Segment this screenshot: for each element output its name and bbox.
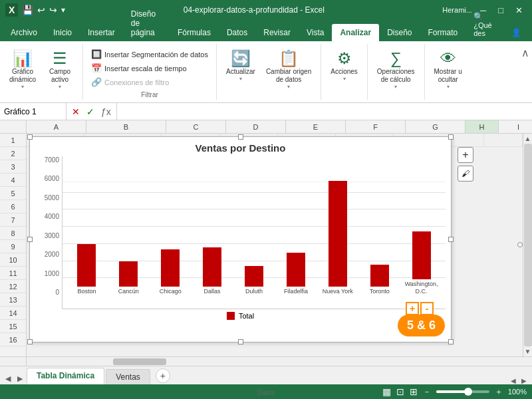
save-icon[interactable]: 💾 xyxy=(22,5,33,15)
add-chart-element-btn[interactable]: + xyxy=(458,147,473,163)
bar-boston-rect[interactable] xyxy=(77,244,96,287)
conexiones-filtro-btn[interactable]: 🔗 Conexiones de filtro xyxy=(88,76,211,88)
tab-formato[interactable]: Formato xyxy=(420,24,466,41)
close-btn[interactable]: ✕ xyxy=(511,4,527,17)
bar-duluth-label: Duluth xyxy=(237,288,271,295)
bar-filadelfia: Filadelfia xyxy=(275,253,317,295)
user-icon[interactable]: 👤 xyxy=(503,24,529,41)
row-1[interactable]: 1 xyxy=(0,134,26,147)
sheet-tab-tabla-dinamica[interactable]: Tabla Dinámica xyxy=(27,368,104,384)
col-header-i[interactable]: I xyxy=(499,120,532,133)
chart-container[interactable]: Ventas por Destino 7000 6000 5000 4000 3… xyxy=(29,136,452,342)
more-commands-icon[interactable]: ▾ xyxy=(61,5,65,15)
page-break-btn[interactable]: ⊞ xyxy=(410,386,418,397)
scroll-down-btn[interactable]: ▼ xyxy=(525,348,531,355)
insert-function-icon[interactable]: ƒx xyxy=(98,105,114,118)
add-sheet-btn[interactable]: + xyxy=(156,368,170,383)
tab-formulas[interactable]: Fórmulas xyxy=(170,24,219,41)
tab-analizar[interactable]: Analizar xyxy=(332,24,379,41)
bar-dallas-rect[interactable] xyxy=(203,247,221,287)
drill-badge[interactable]: 5 & 6 xyxy=(398,315,445,336)
insertar-segmentacion-btn[interactable]: 🔲 Insertar Segmentación de datos xyxy=(88,48,211,61)
row-16[interactable]: 16 xyxy=(0,333,26,346)
row-8[interactable]: 8 xyxy=(0,227,26,240)
col-header-d[interactable]: D xyxy=(226,120,286,133)
grafico-dinamico-btn[interactable]: 📊 Gráficodinámico ▾ xyxy=(5,47,40,92)
row-12[interactable]: 12 xyxy=(0,280,26,293)
bar-nueva-york-rect[interactable] xyxy=(329,181,347,287)
tab-que-des[interactable]: 🔍 ¿Qué des xyxy=(466,8,503,41)
normal-view-btn[interactable]: ▦ xyxy=(382,386,391,397)
chart-style-btn[interactable]: 🖌 xyxy=(458,166,473,182)
insertar-escala-btn[interactable]: 📅 Insertar escala de tiempo xyxy=(88,62,211,74)
legend-color-box xyxy=(227,312,235,320)
campo-activo-btn[interactable]: ☰ Campoactivo ▾ xyxy=(43,47,77,92)
scroll-track[interactable] xyxy=(524,144,532,346)
tab-diseno[interactable]: Diseño xyxy=(379,24,420,41)
mostrar-ocultar-btn[interactable]: 👁 Mostrar uocultar ▾ xyxy=(430,47,466,92)
col-header-f[interactable]: F xyxy=(346,120,406,133)
col-header-h[interactable]: H xyxy=(466,120,499,133)
row-3[interactable]: 3 xyxy=(0,160,26,174)
col-header-b[interactable]: B xyxy=(86,120,166,133)
row-4[interactable]: 4 xyxy=(0,174,26,187)
zoom-slider[interactable] xyxy=(436,390,489,393)
scroll-tabs-right-btn[interactable]: ▶ xyxy=(521,377,527,384)
confirm-formula-icon[interactable]: ✓ xyxy=(84,105,97,118)
col-header-a[interactable]: A xyxy=(27,120,86,133)
col-header-g[interactable]: G xyxy=(406,120,466,133)
chart-side-controls: + 🖌 xyxy=(458,147,473,182)
row-7[interactable]: 7 xyxy=(0,213,26,227)
collapse-minus-btn[interactable]: - xyxy=(420,302,434,315)
sheet-tab-ventas[interactable]: Ventas xyxy=(106,369,150,384)
zoom-in-btn[interactable]: ＋ xyxy=(495,386,503,398)
row-6[interactable]: 6 xyxy=(0,200,26,213)
tab-datos[interactable]: Datos xyxy=(219,24,255,41)
row-2[interactable]: 2 xyxy=(0,147,26,160)
sheet-nav-next[interactable]: ▶ xyxy=(15,373,25,384)
horizontal-scrollbar[interactable] xyxy=(27,357,523,366)
collapse-ribbon-btn[interactable]: ∧ xyxy=(519,44,532,100)
zoom-out-btn[interactable]: － xyxy=(423,386,431,398)
scroll-tabs-left-btn[interactable]: ◀ xyxy=(511,377,516,384)
name-box[interactable]: Gráfico 1 xyxy=(0,103,66,120)
tab-diseno-pagina[interactable]: Diseño de página xyxy=(123,5,170,41)
acciones-btn[interactable]: ⚙ Acciones ▾ xyxy=(327,47,362,84)
bar-duluth-rect[interactable] xyxy=(245,266,263,287)
actualizar-btn[interactable]: 🔄 Actualizar ▾ xyxy=(222,47,259,84)
scroll-right-btn[interactable] xyxy=(523,357,532,366)
main-content: A B C D E F G H I J 1 2 3 4 5 xyxy=(0,120,532,366)
col-header-e[interactable]: E xyxy=(286,120,346,133)
chart-handle-right[interactable] xyxy=(517,242,523,247)
zoom-level: 100% xyxy=(508,388,527,396)
expand-plus-btn[interactable]: + xyxy=(406,302,419,315)
cancel-formula-icon[interactable]: ✕ xyxy=(69,105,82,118)
tab-revisar[interactable]: Revisar xyxy=(255,24,299,41)
col-header-c[interactable]: C xyxy=(166,120,226,133)
row-14[interactable]: 14 xyxy=(0,307,26,320)
page-layout-btn[interactable]: ⊡ xyxy=(396,386,404,397)
bar-cancun-rect[interactable] xyxy=(119,261,138,287)
bar-washington-rect[interactable] xyxy=(412,231,431,279)
vertical-scrollbar[interactable]: ▲ ▼ xyxy=(523,134,532,356)
tab-insertar[interactable]: Insertar xyxy=(80,24,123,41)
row-10[interactable]: 10 xyxy=(0,253,26,267)
tab-archivo[interactable]: Archivo xyxy=(3,24,45,41)
tab-vista[interactable]: Vista xyxy=(299,24,332,41)
bar-chicago-rect[interactable] xyxy=(161,249,180,287)
row-11[interactable]: 11 xyxy=(0,267,26,280)
operaciones-calculo-btn[interactable]: ∑ Operacionesde cálculo ▾ xyxy=(373,47,419,92)
row-9[interactable]: 9 xyxy=(0,240,26,253)
bar-toronto-rect[interactable] xyxy=(370,265,389,287)
scroll-up-btn[interactable]: ▲ xyxy=(525,135,531,142)
bar-filadelfia-rect[interactable] xyxy=(287,253,305,287)
row-13[interactable]: 13 xyxy=(0,293,26,307)
cambiar-origen-btn[interactable]: 📋 Cambiar origende datos ▾ xyxy=(262,47,315,92)
sheet-nav-prev[interactable]: ◀ xyxy=(3,373,13,384)
tab-inicio[interactable]: Inicio xyxy=(45,24,80,41)
undo-icon[interactable]: ↩ xyxy=(37,5,45,15)
expand-collapse-btns: + - xyxy=(406,302,434,315)
redo-icon[interactable]: ↪ xyxy=(49,5,57,15)
row-5[interactable]: 5 xyxy=(0,187,26,200)
row-15[interactable]: 15 xyxy=(0,320,26,333)
